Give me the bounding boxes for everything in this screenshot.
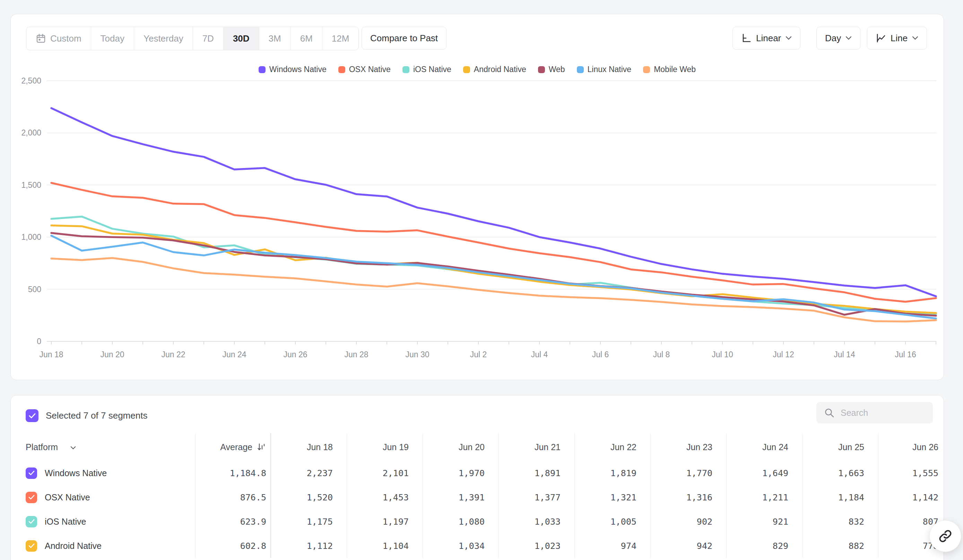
cell-value: 1,104 (347, 534, 423, 558)
insights-chart-card: CustomTodayYesterday7D30D3M6M12M Compare… (10, 14, 944, 380)
segments-summary: Selected 7 of 7 segments (26, 409, 148, 422)
link-icon (938, 529, 953, 543)
sort-descending-icon[interactable] (256, 442, 266, 452)
segment-checkbox[interactable] (26, 492, 37, 503)
svg-text:Jul 16: Jul 16 (895, 350, 916, 359)
segment-name: Windows Native (45, 468, 107, 478)
average-value: 623.9 (196, 510, 271, 534)
cell-value: 1,453 (347, 485, 423, 510)
column-date-label: Jun 20 (423, 433, 499, 461)
average-value: 1,184.8 (196, 461, 271, 485)
cell-value: 1,184 (802, 485, 879, 510)
table-row-ios-native: iOS Native623.91,1751,1971,0801,0331,005… (11, 510, 943, 534)
select-all-checkbox[interactable] (26, 409, 39, 422)
column-date-label: Jun 24 (726, 433, 802, 461)
cell-value: 2,101 (347, 461, 423, 485)
cell-value: 1,142 (879, 485, 943, 510)
cell-value: 1,023 (499, 534, 575, 558)
segment-name: Android Native (45, 541, 102, 551)
cell-value: 1,034 (423, 534, 499, 558)
segment-checkbox[interactable] (26, 516, 37, 528)
svg-text:Jul 12: Jul 12 (773, 350, 794, 359)
cell-value: 1,211 (726, 485, 802, 510)
table-row-osx-native: OSX Native876.51,5201,4531,3911,3771,321… (11, 485, 943, 510)
svg-text:Jun 22: Jun 22 (161, 350, 185, 359)
column-date-label: Jun 19 (347, 433, 423, 461)
cell-value: 1,520 (271, 485, 347, 510)
search-input[interactable] (840, 408, 918, 418)
cell-value: 1,649 (726, 461, 802, 485)
svg-text:Jun 26: Jun 26 (283, 350, 307, 359)
cell-value: 1,316 (651, 485, 726, 510)
svg-text:Jul 4: Jul 4 (531, 350, 548, 359)
cell-value: 1,005 (575, 510, 651, 534)
checkmark-icon (28, 519, 35, 524)
segments-table-card: Selected 7 of 7 segments PlatformAverage… (10, 395, 944, 560)
cell-value: 942 (651, 534, 726, 558)
cell-value: 902 (651, 510, 726, 534)
cell-value: 1,555 (879, 461, 943, 485)
cell-value: 1,112 (271, 534, 347, 558)
cell-value: 2,237 (271, 461, 347, 485)
svg-text:Jul 10: Jul 10 (712, 350, 733, 359)
svg-text:Jun 30: Jun 30 (405, 350, 429, 359)
cell-value: 974 (575, 534, 651, 558)
svg-text:500: 500 (28, 285, 41, 294)
cell-value: 1,175 (271, 510, 347, 534)
cell-value: 1,663 (802, 461, 879, 485)
cell-value: 1,197 (347, 510, 423, 534)
checkmark-icon (29, 413, 36, 419)
column-date-label: Jun 22 (575, 433, 651, 461)
column-date-label: Jun 26 (879, 433, 943, 461)
segments-summary-label: Selected 7 of 7 segments (46, 410, 148, 421)
cell-value: 1,377 (499, 485, 575, 510)
svg-text:2,500: 2,500 (21, 76, 41, 85)
column-average-label[interactable]: Average (220, 442, 252, 452)
column-platform-label: Platform (26, 442, 58, 452)
table-row-android-native: Android Native602.81,1121,1041,0341,0239… (11, 534, 943, 558)
search-icon (824, 408, 834, 418)
svg-text:1,000: 1,000 (21, 233, 41, 241)
svg-text:Jul 6: Jul 6 (592, 350, 609, 359)
average-value: 602.8 (196, 534, 271, 558)
cell-value: 1,970 (423, 461, 499, 485)
svg-text:Jun 28: Jun 28 (344, 350, 368, 359)
svg-text:Jun 18: Jun 18 (39, 350, 63, 359)
cell-value: 1,391 (423, 485, 499, 510)
column-date-label: Jun 25 (802, 433, 879, 461)
column-date-label: Jun 18 (271, 433, 347, 461)
table-row-windows-native: Windows Native1,184.82,2372,1011,9701,89… (11, 461, 943, 485)
column-date-label: Jun 21 (499, 433, 575, 461)
cell-value: 1,033 (499, 510, 575, 534)
cell-value: 1,321 (575, 485, 651, 510)
svg-text:Jul 2: Jul 2 (470, 350, 487, 359)
checkmark-icon (28, 470, 35, 476)
cell-value: 921 (726, 510, 802, 534)
cell-value: 832 (802, 510, 879, 534)
svg-text:2,000: 2,000 (21, 128, 41, 137)
svg-text:Jul 14: Jul 14 (834, 350, 855, 359)
cell-value: 1,891 (499, 461, 575, 485)
segment-checkbox[interactable] (26, 540, 37, 552)
line-chart[interactable]: 05001,0001,5002,0002,500Jun 18Jun 20Jun … (11, 14, 944, 366)
segment-name: OSX Native (45, 492, 90, 502)
svg-text:Jun 24: Jun 24 (222, 350, 246, 359)
segments-search (816, 402, 933, 424)
checkmark-icon (28, 543, 35, 549)
svg-text:Jun 20: Jun 20 (100, 350, 124, 359)
average-value: 876.5 (196, 485, 271, 510)
svg-text:0: 0 (37, 337, 41, 346)
segment-name: iOS Native (45, 517, 86, 527)
table-header-row: PlatformAverageJun 18Jun 19Jun 20Jun 21J… (11, 433, 943, 461)
cell-value: 1,080 (423, 510, 499, 534)
cell-value: 882 (802, 534, 879, 558)
svg-text:Jul 8: Jul 8 (653, 350, 670, 359)
copy-link-button[interactable] (929, 520, 961, 552)
svg-text:1,500: 1,500 (21, 181, 41, 189)
checkmark-icon (28, 495, 35, 500)
cell-value: 829 (726, 534, 802, 558)
cell-value: 1,819 (575, 461, 651, 485)
segment-checkbox[interactable] (26, 468, 37, 479)
chevron-down-icon[interactable] (70, 446, 76, 450)
cell-value: 1,770 (651, 461, 726, 485)
